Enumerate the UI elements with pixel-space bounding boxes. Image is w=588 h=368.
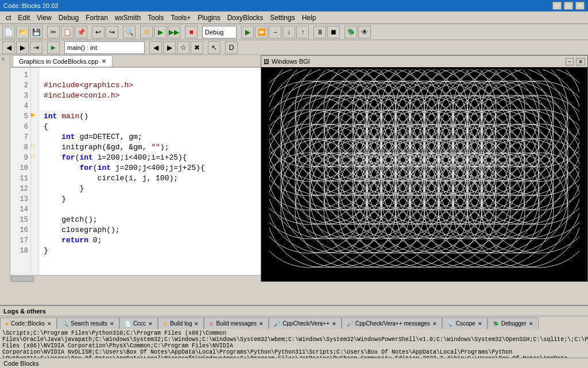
menu-edit[interactable]: Edit (14, 13, 33, 23)
log-tab-debugger-label: Debugger (501, 320, 527, 327)
code-text[interactable]: #include<graphics.h> #include<conio.h> i… (39, 68, 261, 275)
debug-out-btn[interactable]: ↑ (296, 26, 309, 38)
new-btn[interactable]: 📄 (2, 26, 15, 38)
debug-next-btn[interactable]: → (269, 26, 281, 38)
log-tab-codeblocks-label: Code::Blocks (11, 320, 45, 327)
menu-bar: ct Edit View Debug Fortran wxSmith Tools… (0, 11, 588, 24)
bgi-close-btn[interactable]: ✕ (576, 58, 585, 65)
run-btn[interactable]: ▶ (154, 26, 167, 38)
log-tab-cppcheck1[interactable]: 🔎 CppCheck/Vera++ ✕ (269, 317, 342, 329)
log-tab-cppcheck1-label: CppCheck/Vera++ (283, 320, 330, 327)
stop-btn[interactable]: ■ (185, 26, 198, 38)
next-bookmark-btn[interactable]: ▶ (163, 41, 176, 54)
nav-fwd-btn[interactable]: ▶ (16, 41, 29, 54)
log-tab-search-close[interactable]: ✕ (110, 321, 114, 327)
horizontal-scrollbar[interactable] (10, 275, 261, 282)
svg-point-0 (269, 69, 367, 167)
log-tab-buildlog[interactable]: ⚙ Build log ✕ (158, 317, 204, 329)
menu-debug[interactable]: Debug (55, 13, 82, 23)
build-mode-dropdown[interactable]: Debug (202, 26, 237, 38)
file-tab-name: Graphics in CodeBlocks.cpp (19, 58, 98, 65)
build-btn[interactable]: ⚙ (140, 26, 153, 38)
log-tab-codeblocks-close[interactable]: ✕ (47, 321, 52, 327)
log-tab-cccc-close[interactable]: ✕ (148, 321, 153, 327)
log-tab-cccc[interactable]: 📄 Cccc ✕ (119, 317, 158, 329)
function-dropdown[interactable]: main() : int (64, 41, 145, 54)
log-tab-search-label: Search results (71, 320, 107, 327)
debug-pause-btn[interactable]: ⏸ (314, 26, 326, 38)
add-bookmark-btn[interactable]: ☆ (177, 41, 189, 54)
file-tab-graphics[interactable]: Graphics in CodeBlocks.cpp ✕ (13, 55, 113, 67)
log-tab-cscope-label: Cscope (456, 320, 475, 327)
line-numbers: 1 2 3 4 5 6 7 8 9 10 11 12 13 14 15 16 1… (10, 68, 31, 275)
code-panel: Graphics in CodeBlocks.cpp ✕ 1 2 3 4 5 6… (10, 55, 261, 282)
copy-btn[interactable]: 📋 (61, 26, 74, 38)
log-tab-codeblocks[interactable]: ● Code::Blocks ✕ (0, 317, 57, 329)
editor-area: ✕ Graphics in CodeBlocks.cpp ✕ 1 2 3 4 5… (0, 55, 588, 282)
save-btn[interactable]: 💾 (30, 26, 42, 38)
log-tab-cscope-close[interactable]: ✕ (478, 321, 482, 327)
menu-tools[interactable]: Tools (144, 13, 167, 23)
log-tab-buildlog-label: Build log (170, 320, 192, 327)
menu-settings[interactable]: Settings (266, 13, 298, 23)
log-tab-debugger[interactable]: 🪲 Debugger ✕ (488, 317, 539, 329)
debug-info-btn[interactable]: 🪲 (345, 26, 357, 38)
minimize-button[interactable]: − (552, 2, 562, 10)
debug-continue-btn[interactable]: ⏩ (255, 26, 268, 38)
menu-wxsmith[interactable]: wxSmith (111, 13, 144, 23)
logs-title: Logs & others (3, 308, 46, 315)
bgi-titlebar: 🖼 Windows BGI − ✕ (261, 56, 587, 67)
file-tabs: Graphics in CodeBlocks.cpp ✕ (10, 55, 261, 68)
logs-header: Logs & others (0, 306, 588, 316)
bgi-canvas (261, 67, 587, 281)
menu-doxyblocks[interactable]: DoxyBlocks (224, 13, 267, 23)
debug-run-btn[interactable]: ▶ (241, 26, 254, 38)
prev-bookmark-btn[interactable]: ◀ (149, 41, 162, 54)
log-tab-cppcheck2-close[interactable]: ✕ (432, 321, 437, 327)
log-tab-cppcheck1-close[interactable]: ✕ (332, 321, 336, 327)
log-tab-buildmsg[interactable]: ⚠ Build messages ✕ (204, 317, 269, 329)
close-button[interactable]: ✕ (575, 2, 585, 10)
log-line-2: Corporation\NVIDIA NvDLISR;C:\Users\Box … (2, 349, 586, 355)
log-tab-cccc-label: Cccc (133, 320, 146, 327)
log-tab-buildmsg-close[interactable]: ✕ (259, 321, 264, 327)
log-tab-debugger-close[interactable]: ✕ (529, 321, 533, 327)
left-sidebar: ✕ (0, 55, 10, 282)
undo-btn[interactable]: ↩ (92, 26, 105, 38)
file-tab-close[interactable]: ✕ (102, 58, 106, 64)
log-tab-cppcheck2-label: CppCheck/Vera++ messages (355, 320, 430, 327)
nav-jump-btn[interactable]: ⇥ (30, 41, 42, 54)
cursor-icon-btn[interactable]: ↖ (208, 41, 220, 54)
build-run-btn[interactable]: ▶▶ (168, 26, 180, 38)
log-tab-cppcheck2[interactable]: 🔎 CppCheck/Vera++ messages ✕ (342, 317, 442, 329)
menu-ct[interactable]: ct (2, 13, 14, 23)
status-text: Code Blocks (3, 360, 39, 367)
log-tab-search[interactable]: 🔍 Search results ✕ (57, 317, 119, 329)
debug-stop-btn[interactable]: ⏹ (327, 26, 340, 38)
cut-btn[interactable]: ✂ (47, 26, 60, 38)
bgi-minimize-btn[interactable]: − (566, 58, 574, 65)
maximize-button[interactable]: □ (564, 2, 573, 10)
debug-watch-btn[interactable]: 👁 (358, 26, 371, 38)
clear-bookmarks-btn[interactable]: ✖ (191, 41, 203, 54)
log-tab-buildmsg-label: Build messages (216, 320, 257, 327)
menu-tools-plus[interactable]: Tools+ (167, 13, 194, 23)
debug-step-btn[interactable]: ↓ (283, 26, 295, 38)
log-tab-cscope[interactable]: 📡 Cscope ✕ (442, 317, 488, 329)
menu-plugins[interactable]: Plugins (194, 13, 223, 23)
log-tab-buildlog-close[interactable]: ✕ (194, 321, 199, 327)
code-editor[interactable]: 1 2 3 4 5 6 7 8 9 10 11 12 13 14 15 16 1… (10, 68, 261, 275)
logs-tabs: ● Code::Blocks ✕ 🔍 Search results ✕ 📄 Cc… (0, 316, 588, 329)
paste-btn[interactable]: 📌 (75, 26, 87, 38)
menu-help[interactable]: Help (299, 13, 320, 23)
toolbar-main: 📄 📂 💾 ✂ 📋 📌 ↩ ↪ 🔍 ⚙ ▶ ▶▶ ■ Debug ▶ ⏩ → ↓… (0, 24, 588, 40)
menu-fortran[interactable]: Fortran (82, 13, 111, 23)
run-small-btn[interactable]: ▶ (47, 41, 60, 54)
close-panel-btn[interactable]: ✕ (0, 55, 10, 63)
nav-back-btn[interactable]: ◀ (2, 41, 15, 54)
search-btn[interactable]: 🔍 (123, 26, 136, 38)
extra-btn[interactable]: D (225, 41, 238, 54)
open-btn[interactable]: 📂 (16, 26, 29, 38)
menu-view[interactable]: View (33, 13, 55, 23)
redo-btn[interactable]: ↪ (106, 26, 118, 38)
